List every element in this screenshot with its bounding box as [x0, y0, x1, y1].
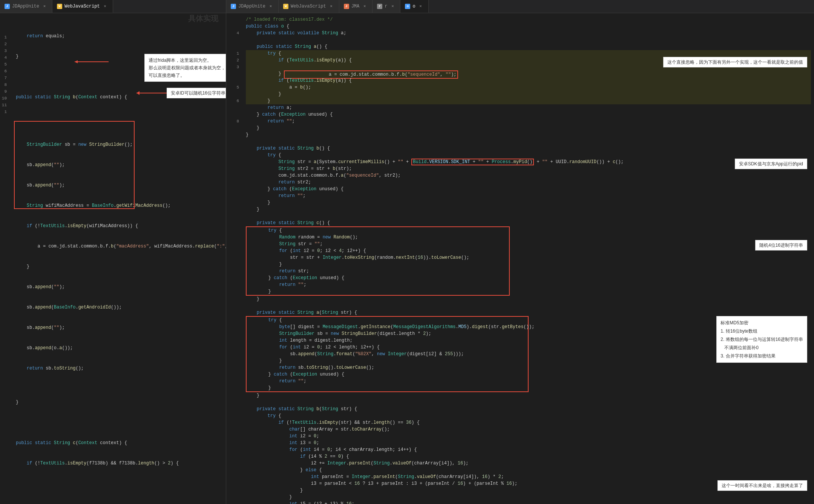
code-line: } [246, 98, 811, 104]
code-line: sb.append(""); [16, 182, 223, 189]
code-line: } [246, 131, 811, 138]
code-line: public static String a() { [246, 43, 811, 50]
annotation-frida-box: 通过frida脚本，这里返回为空。那么说明是权限问题或者本身就为空，可以直接忽略… [144, 54, 226, 82]
jdappunite-icon-right: J [231, 4, 236, 9]
code-line: private static volatile String a; [246, 30, 811, 37]
code-line [16, 419, 223, 426]
code-line: public class o { [246, 23, 811, 30]
annotation-android-id: 安卓ID可以随机16位字符串 [167, 88, 226, 98]
tab-webjavascript-label-right: WebJavaScript [291, 4, 326, 9]
method-b-str-section: private static String b(String str) { tr… [246, 406, 811, 504]
code-line [246, 37, 811, 43]
tab-webjavascript-close-right[interactable]: × [328, 3, 334, 9]
code-line: return ""; [246, 192, 811, 199]
code-line: byte[] digest = MessageDigest.getInstanc… [247, 324, 528, 330]
right-code-content: /* loaded from: classes17.dex */ public … [241, 13, 814, 504]
code-line: try { [247, 317, 528, 324]
webjavascript-icon-right: W [283, 4, 288, 9]
code-line: for (int i2 = 0; i2 < length; i2++) { [247, 344, 528, 351]
tab-r-close-right[interactable]: × [389, 3, 396, 9]
code-line: String str = a(System.currentTimeMillis(… [246, 159, 811, 165]
tab-webjavascript-right[interactable]: W WebJavaScript × [279, 0, 339, 13]
r-icon-right: r [377, 4, 382, 9]
webjavascript-icon-left: W [57, 4, 62, 9]
code-comment-header: /* loaded from: classes17.dex */ [246, 16, 811, 23]
code-line: String str2 = str + b(str); [246, 165, 811, 172]
code-line [246, 138, 811, 145]
code-line: return ""; [247, 378, 528, 385]
code-line: } [246, 199, 811, 206]
code-line: int i5 = (i2 + i3) % 16; [246, 501, 811, 504]
tab-jma-close-right[interactable]: × [362, 3, 368, 9]
annotation-no-idea: 这个一时间看不出来是啥，直接拷走算了 [717, 480, 807, 491]
code-line: } catch (Exception unused) { [246, 186, 811, 192]
o-icon-right: o [405, 4, 410, 9]
code-line: sb.append(""); [16, 162, 223, 168]
tab-o-right[interactable]: o o × [400, 0, 428, 13]
method-a-section: public static String a() { try { if (Tex… [246, 43, 811, 138]
annotation-sdk-pid: 安卓SDK值与京东App运行的pid [735, 159, 807, 169]
code-line: Random random = new Random(); [247, 234, 509, 241]
code-line: } [247, 357, 528, 364]
code-line: } [246, 125, 811, 131]
code-line: try { [247, 227, 509, 234]
code-line: if (TextUtils.isEmpty(a)) { [246, 77, 811, 84]
right-line-numbers: 4 1 2 3 5 6 8 [226, 13, 241, 504]
code-line: private static String b() { [246, 145, 811, 152]
code-line: sb.append(o.a()); [16, 345, 223, 351]
tab-jma-right[interactable]: J JMA × [339, 0, 373, 13]
left-code-block: return equals; } public static String b(… [16, 16, 223, 480]
code-line: com.jd.stat.common.b.f.a("sequenceId", s… [246, 172, 811, 179]
right-tab-bar: J JDAppUnite × W WebJavaScript × J JMA ×… [226, 0, 814, 13]
tab-jdappunite-close-left[interactable]: × [41, 3, 48, 9]
code-line: i2 += Integer.parseInt(String.valueOf(ch… [246, 460, 811, 467]
code-line: } [246, 91, 811, 98]
annotation-android-id-box: 安卓ID可以随机16位字符串 [167, 88, 226, 98]
code-line: String wifiMacAddress = BaseInfo.getWifi… [16, 202, 223, 209]
code-line: } [247, 385, 528, 391]
code-line: a = b(); [246, 84, 811, 91]
code-line: int i2 = 0; [246, 433, 811, 440]
code-line: } [246, 392, 811, 399]
code-line: } [246, 206, 811, 213]
tab-o-close-right[interactable]: × [418, 3, 424, 9]
code-line: } [247, 261, 509, 268]
left-line-numbers: 12345678910111 [0, 13, 11, 504]
code-line: int i3 = 0; [246, 440, 811, 446]
code-line: return str2; [246, 179, 811, 186]
code-line: } catch (Exception unused) { [247, 275, 509, 281]
code-line: private static String b(String str) { [246, 406, 811, 412]
annotation-md5: 标准MD5加密 1. 转16位byte数组 2. 将数组的每一位与运算转16进制… [716, 316, 807, 363]
tab-r-right[interactable]: r r × [373, 0, 400, 13]
jdappunite-icon-left: J [5, 4, 10, 9]
code-line [246, 213, 811, 220]
code-line: int parseInt = Integer.parseInt(String.v… [246, 473, 811, 480]
code-line: return sb.toString().toLowerCase(); [247, 364, 528, 371]
tab-jdappunite-right[interactable]: J JDAppUnite × [226, 0, 279, 13]
code-line: return str; [247, 268, 509, 275]
code-line: } catch (Exception unused) { [246, 111, 811, 118]
code-line: sb.append(""); [16, 284, 223, 290]
annotation-random-hex: 随机4位16进制字符串 [755, 240, 807, 250]
tab-webjavascript-label-left: WebJavaScript [64, 4, 100, 9]
code-line: if (!TextUtils.isEmpty(f7138b) && f7138b… [16, 460, 223, 467]
code-line: private static String c() { [246, 220, 811, 226]
code-line: StringBuilder sb = new StringBuilder(dig… [247, 330, 528, 337]
code-line: str = str + Integer.toHexString(random.n… [247, 254, 509, 261]
code-line: } catch (Exception unused) { [247, 371, 528, 378]
code-line: if (!TextUtils.isEmpty(wifiMacAddress)) … [16, 223, 223, 229]
jma-icon-right: J [344, 4, 349, 9]
tab-webjavascript-left[interactable]: W WebJavaScript × [52, 0, 113, 13]
code-line: } else { [246, 467, 811, 473]
tab-jdappunite-close-right[interactable]: × [268, 3, 274, 9]
code-line: try { [246, 50, 811, 57]
tab-jdappunite-left[interactable]: J JDAppUnite × [0, 0, 52, 13]
tab-r-label-right: r [385, 4, 387, 9]
code-line: } [246, 494, 811, 501]
method-b-section: private static String b() { try { String… [246, 145, 811, 213]
code-line: if (i4 % 2 == 0) { [246, 453, 811, 460]
code-line: } [246, 70, 811, 77]
tab-webjavascript-close-left[interactable]: × [102, 3, 108, 9]
annotation-ignore: 这个直接忽略，因为下面有另外一个实现，这个一看就是取之前的值 [663, 57, 807, 67]
code-line: StringBuilder sb = new StringBuilder(); [16, 141, 223, 148]
